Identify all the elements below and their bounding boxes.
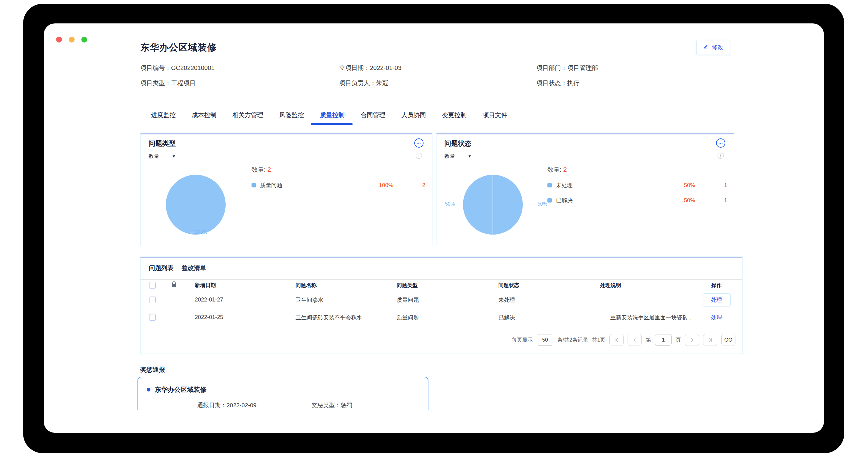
window-controls [56,37,87,42]
project-info-field: 项目负责人：朱冠 [339,79,536,87]
metric-select-value: 数量 [149,153,159,160]
pie-slice-label-right: 50% [529,201,548,207]
pie-slice-label-left: 50% [445,201,464,207]
col-header-status[interactable]: 问题状态 [498,282,600,289]
legend-percent: 50% [661,182,695,189]
info-icon[interactable] [718,153,724,159]
next-page-button[interactable] [685,334,699,346]
pie-chart-problem-status[interactable] [463,175,523,235]
tab-files[interactable]: 项目文件 [483,111,507,124]
tab-stakeholders[interactable]: 相关方管理 [232,111,263,124]
notice-list: 东华办公区域装修 通报日期：2022-02-09 奖惩类型：惩罚 [137,377,429,410]
notice-fields: 通报日期：2022-02-09 奖惩类型：惩罚 [147,401,419,409]
notice-project-name: 东华办公区域装修 [155,385,207,394]
legend-item[interactable]: 未处理 50% 1 [548,182,727,189]
legend-item[interactable]: 质量问题 100% 2 [251,182,425,189]
cell-name: 卫生间渗水 [296,296,397,304]
handle-button[interactable]: 处理 [703,294,731,306]
notice-card[interactable]: 东华办公区域装修 通报日期：2022-02-09 奖惩类型：惩罚 [137,377,429,410]
count-value: 2 [268,166,271,173]
project-info-field: 项目编号：GC2022010001 [140,64,339,72]
row-checkbox[interactable] [149,314,156,320]
tab-risk[interactable]: 风险监控 [279,111,304,124]
metric-select-value: 数量 [444,153,455,160]
chevron-down-icon: ▼ [468,154,472,158]
handle-link[interactable]: 处理 [711,314,722,320]
field-label: 项目类型： [140,80,171,86]
go-button[interactable]: GO [721,334,736,346]
table-row: 2022-01-25 卫生间瓷砖安装不平会积水 质量问题 已解决 重新安装洗手区… [141,309,742,326]
cell-type: 质量问题 [397,314,498,321]
more-options-icon[interactable]: ••• [414,139,424,148]
minimize-button[interactable] [69,37,74,42]
per-page-input[interactable] [537,334,553,345]
tab-contract[interactable]: 合同管理 [361,111,385,124]
records-label: 条/共2条记录 [557,336,588,343]
select-all-checkbox[interactable] [149,282,156,288]
count-value: 2 [563,166,567,173]
pie-slice-label: 100% [190,226,208,233]
tab-problem-list[interactable]: 问题列表 [149,264,174,272]
per-page-label: 每页显示 [512,336,533,343]
col-header-date[interactable]: 新增日期 [195,282,296,289]
tab-change[interactable]: 变更控制 [442,111,467,124]
cell-status: 未处理 [498,296,600,304]
count-label: 数量: [251,166,266,173]
field-value: 2022-01-03 [370,64,401,71]
project-info-field: 项目状态：执行 [536,79,734,87]
more-options-icon[interactable]: ••• [716,139,725,148]
handle-link[interactable]: 处理 [711,297,722,303]
legend-percent: 50% [661,197,695,204]
field-value: 2022-02-09 [226,402,256,408]
field-label: 项目状态： [536,80,567,86]
cell-date: 2022-01-27 [195,297,296,303]
charts-row: 问题类型 ••• 数量 ▼ 100% 数量:2 [140,132,734,246]
app-window: 东华办公区域装修 修改 项目编号：GC2022010001 立项日期：2022-… [44,24,824,433]
maximize-button[interactable] [82,37,87,42]
legend-item[interactable]: 已解决 50% 1 [548,197,727,204]
legend-label: 质量问题 [260,182,360,189]
col-header-name[interactable]: 问题名称 [296,282,397,289]
metric-select[interactable]: 数量 ▼ [149,153,176,160]
col-header-type[interactable]: 问题类型 [397,282,498,289]
col-header-action: 操作 [700,282,734,289]
count-label: 数量: [548,166,562,173]
tab-cost[interactable]: 成本控制 [192,111,216,124]
problem-type-card: 问题类型 ••• 数量 ▼ 100% 数量:2 [140,132,432,246]
legend-swatch [548,198,552,203]
tab-personnel[interactable]: 人员协同 [401,111,426,124]
total-count: 数量:2 [251,165,425,174]
prev-page-button[interactable] [627,334,642,346]
last-page-button[interactable] [703,334,717,346]
edit-button[interactable]: 修改 [696,40,730,55]
field-label: 立项日期： [339,64,370,71]
pie-chart-problem-type[interactable] [166,175,226,235]
card-title: 问题状态 [444,139,472,148]
notice-field: 通报日期：2022-02-09 [197,401,256,409]
legend-value: 1 [695,197,727,204]
close-button[interactable] [56,37,62,42]
info-icon[interactable] [416,153,422,159]
col-header-note[interactable]: 处理说明 [600,282,700,289]
module-tabs: 进度监控 成本控制 相关方管理 风险监控 质量控制 合同管理 人员协同 变更控制… [140,111,734,124]
metric-select[interactable]: 数量 ▼ [444,153,472,160]
legend-percent: 100% [360,182,393,189]
page-content: 东华办公区域装修 修改 项目编号：GC2022010001 立项日期：2022-… [140,41,734,410]
table-header-row: 新增日期 问题名称 问题类型 问题状态 处理说明 操作 [141,279,742,291]
tab-rectification-list[interactable]: 整改清单 [182,264,206,272]
page-number-input[interactable] [655,334,672,345]
cell-note: 重新安装洗手区最里面一块瓷砖，... [600,314,700,321]
legend-value: 1 [695,182,727,189]
project-info-field: 项目类型：工程项目 [140,79,339,87]
slice-percent: 50% [445,201,455,207]
table-row: 2022-01-27 卫生间渗水 质量问题 未处理 处理 [141,291,742,309]
project-info: 项目编号：GC2022010001 立项日期：2022-01-03 项目部门：项… [140,64,734,87]
tab-quality-active[interactable]: 质量控制 [320,111,345,124]
first-page-button[interactable] [610,334,624,346]
field-value: 惩罚 [341,402,352,408]
pagination: 每页显示 条/共2条记录 共1页 第 页 GO [512,334,736,346]
tab-progress[interactable]: 进度监控 [151,111,176,124]
notice-header: 东华办公区域装修 [147,385,419,394]
legend-value: 2 [393,182,425,189]
row-checkbox[interactable] [149,297,156,303]
